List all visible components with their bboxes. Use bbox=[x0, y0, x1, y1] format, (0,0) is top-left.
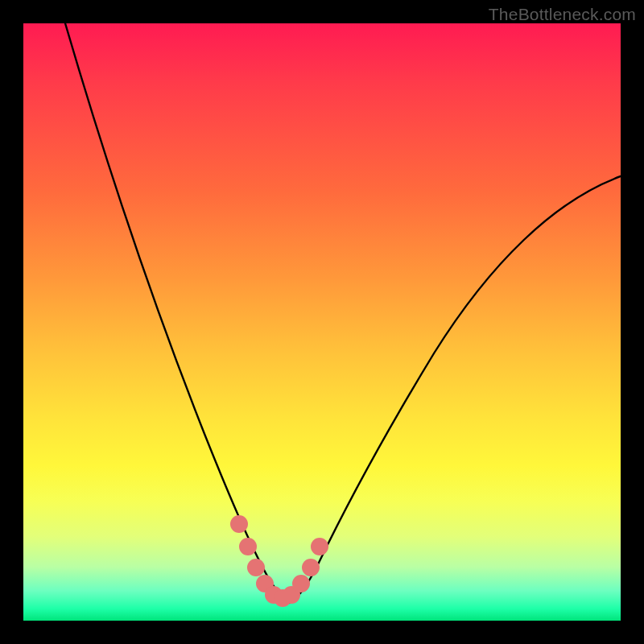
highlight-dots bbox=[230, 515, 328, 607]
highlight-dot bbox=[292, 575, 310, 592]
highlight-dot bbox=[230, 515, 248, 533]
watermark-text: TheBottleneck.com bbox=[489, 5, 636, 24]
chart-stage: TheBottleneck.com bbox=[0, 0, 644, 644]
plot-area bbox=[23, 23, 621, 621]
curve-layer bbox=[23, 23, 621, 621]
highlight-dot bbox=[247, 559, 265, 576]
highlight-dot bbox=[302, 559, 320, 576]
bottleneck-curve bbox=[65, 23, 621, 603]
highlight-dot bbox=[239, 538, 257, 555]
highlight-dot bbox=[311, 538, 328, 555]
